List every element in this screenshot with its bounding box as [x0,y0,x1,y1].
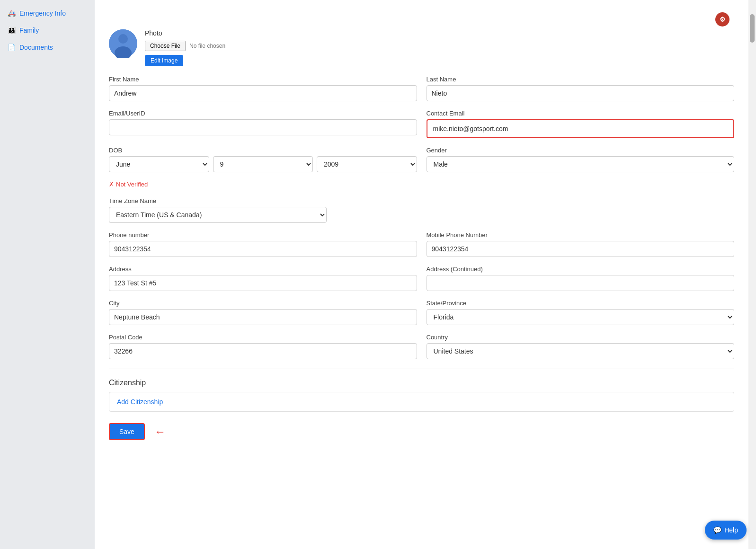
name-row: First Name Last Name [109,76,734,101]
divider [109,369,734,369]
help-icon: 💬 [713,526,721,534]
address2-input[interactable] [427,275,735,291]
dob-day-select[interactable]: 123456789101112131415 [213,156,313,172]
country-select[interactable]: United StatesCanadaMexicoUnited Kingdom [427,343,735,359]
phone-input[interactable] [109,241,417,257]
dob-year-select[interactable]: 2005200620072008200920102011 [317,156,417,172]
family-icon: 👪 [8,27,16,34]
address2-group: Address (Continued) [427,266,735,291]
not-verified-text: Not Verified [116,181,148,188]
dob-group: DOB JanuaryFebruaryMarchAprilMayJuneJuly… [109,147,417,172]
photo-controls: Photo Choose File No file chosen Edit Im… [145,29,225,66]
last-name-label: Last Name [427,76,735,83]
country-group: Country United StatesCanadaMexicoUnited … [427,334,735,359]
avatar [109,29,137,58]
postal-country-row: Postal Code Country United StatesCanadaM… [109,334,734,359]
corner-icon: ⚙ [715,12,729,27]
city-label: City [109,300,417,307]
contact-email-group: Contact Email [427,110,735,138]
first-name-group: First Name [109,76,417,101]
state-select[interactable]: FloridaCaliforniaTexasNew York [427,309,735,325]
photo-section: Photo Choose File No file chosen Edit Im… [109,29,734,66]
email-group: Email/UserID [109,110,417,138]
city-state-row: City State/Province FloridaCaliforniaTex… [109,300,734,325]
timezone-label: Time Zone Name [109,197,734,204]
last-name-input[interactable] [427,85,735,101]
dob-gender-row: DOB JanuaryFebruaryMarchAprilMayJuneJuly… [109,147,734,172]
citizenship-section: Citizenship Add Citizenship [109,379,734,412]
contact-email-label: Contact Email [427,110,735,117]
sidebar: 🚑 Emergency Info 👪 Family 📄 Documents [0,0,95,549]
dob-label: DOB [109,147,417,154]
contact-email-input[interactable] [428,121,733,136]
mobile-input[interactable] [427,241,735,257]
phone-group: Phone number [109,231,417,257]
gender-label: Gender [427,147,735,154]
state-group: State/Province FloridaCaliforniaTexasNew… [427,300,735,325]
address-input[interactable] [109,275,417,291]
photo-label: Photo [145,29,225,37]
add-citizenship-link[interactable]: Add Citizenship [117,398,163,406]
phone-row: Phone number Mobile Phone Number [109,231,734,257]
gender-group: Gender MaleFemaleOther [427,147,735,172]
citizenship-box: Add Citizenship [109,392,734,412]
not-verified-status: ✗ Not Verified [109,181,734,188]
main-content: ⚙ Photo Choose File No file chosen Edit … [95,0,748,549]
sidebar-item-family[interactable]: 👪 Family [0,22,95,39]
file-input-row: Choose File No file chosen [145,41,225,51]
city-group: City [109,300,417,325]
last-name-group: Last Name [427,76,735,101]
sidebar-label-documents: Documents [19,44,53,51]
help-button[interactable]: 💬 Help [705,521,747,540]
timezone-group: Time Zone Name Eastern Time (US & Canada… [109,197,734,223]
scrollbar-thumb [750,14,755,43]
address2-label: Address (Continued) [427,266,735,273]
email-input[interactable] [109,119,417,135]
postal-group: Postal Code [109,334,417,359]
sidebar-label-emergency: Emergency Info [19,9,66,17]
choose-file-button[interactable]: Choose File [145,41,186,51]
postal-input[interactable] [109,343,417,359]
email-label: Email/UserID [109,110,417,117]
contact-email-highlight [427,119,735,138]
documents-icon: 📄 [8,44,16,51]
sidebar-item-documents[interactable]: 📄 Documents [0,39,95,56]
address-group: Address [109,266,417,291]
gender-select[interactable]: MaleFemaleOther [427,156,735,172]
city-input[interactable] [109,309,417,325]
save-section: Save ← [109,423,734,450]
mobile-group: Mobile Phone Number [427,231,735,257]
address-label: Address [109,266,417,273]
sidebar-item-emergency[interactable]: 🚑 Emergency Info [0,5,95,22]
country-label: Country [427,334,735,341]
dob-month-select[interactable]: JanuaryFebruaryMarchAprilMayJuneJulyAugu… [109,156,209,172]
dob-selects: JanuaryFebruaryMarchAprilMayJuneJulyAugu… [109,156,417,172]
emergency-icon: 🚑 [8,9,16,17]
x-icon: ✗ [109,181,114,188]
state-label: State/Province [427,300,735,307]
arrow-indicator: ← [154,425,166,438]
first-name-input[interactable] [109,85,417,101]
save-button[interactable]: Save [109,423,145,440]
edit-image-button[interactable]: Edit Image [145,55,183,66]
top-bar: ⚙ [109,9,734,29]
mobile-label: Mobile Phone Number [427,231,735,239]
citizenship-title: Citizenship [109,379,734,387]
email-row: Email/UserID Contact Email [109,110,734,138]
phone-label: Phone number [109,231,417,239]
no-file-text: No file chosen [189,43,225,49]
timezone-row: Time Zone Name Eastern Time (US & Canada… [109,197,734,223]
sidebar-label-family: Family [19,27,39,34]
first-name-label: First Name [109,76,417,83]
help-label: Help [724,526,738,534]
timezone-select[interactable]: Eastern Time (US & Canada) Central Time … [109,207,327,223]
address-row: Address Address (Continued) [109,266,734,291]
svg-point-1 [118,34,128,44]
scrollbar[interactable] [748,0,756,549]
postal-label: Postal Code [109,334,417,341]
